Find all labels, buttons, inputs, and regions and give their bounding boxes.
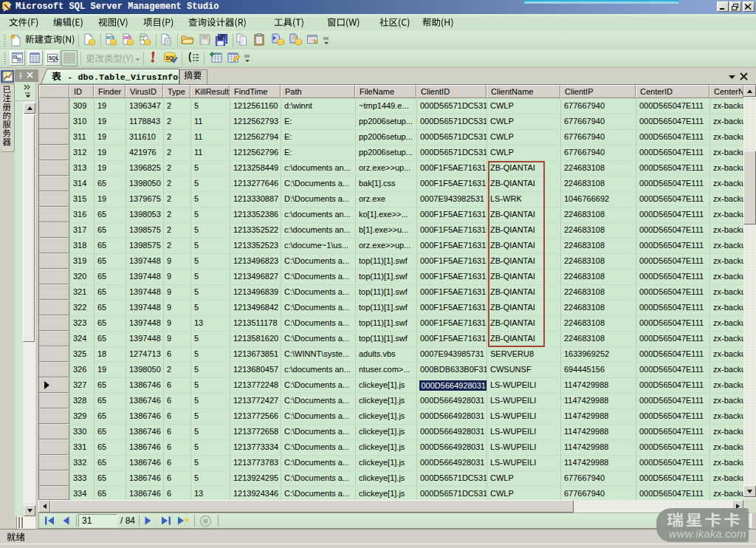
svg-text:SQL: SQL xyxy=(166,55,176,61)
svg-text:SQL: SQL xyxy=(49,55,59,61)
svg-text:MDX: MDX xyxy=(106,36,114,40)
svg-text:DMX: DMX xyxy=(123,36,131,40)
svg-text:LA: LA xyxy=(140,38,144,41)
